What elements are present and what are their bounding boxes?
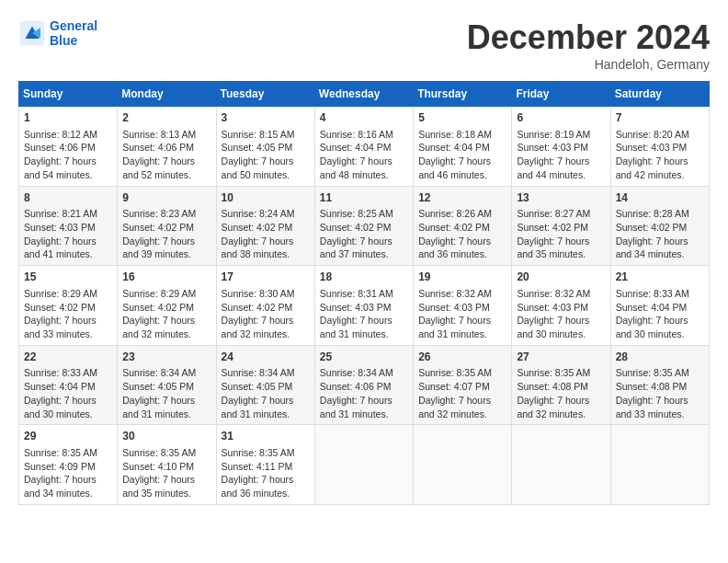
location-title: Handeloh, Germany	[467, 57, 710, 72]
sunrise-label: Sunrise: 8:23 AM	[122, 208, 196, 219]
logo-icon	[18, 19, 46, 47]
sunrise-label: Sunrise: 8:20 AM	[616, 129, 689, 140]
sunset-label: Sunset: 4:03 PM	[418, 302, 490, 313]
table-row: 20 Sunrise: 8:32 AM Sunset: 4:03 PM Dayl…	[512, 266, 610, 346]
day-number: 30	[122, 429, 210, 444]
table-row	[314, 425, 413, 505]
sunset-label: Sunset: 4:06 PM	[122, 142, 194, 153]
sunset-label: Sunset: 4:02 PM	[320, 222, 392, 233]
calendar-week-row: 8 Sunrise: 8:21 AM Sunset: 4:03 PM Dayli…	[19, 186, 710, 266]
sunrise-label: Sunrise: 8:32 AM	[517, 288, 590, 299]
sunset-label: Sunset: 4:03 PM	[517, 302, 588, 313]
sunset-label: Sunset: 4:02 PM	[222, 222, 293, 233]
daylight-label: Daylight: 7 hours and 31 minutes.	[320, 315, 392, 339]
sunset-label: Sunset: 4:03 PM	[517, 142, 588, 153]
daylight-label: Daylight: 7 hours and 31 minutes.	[418, 315, 491, 339]
sunset-label: Sunset: 4:02 PM	[122, 302, 194, 313]
day-number: 29	[24, 429, 112, 444]
day-number: 22	[24, 350, 112, 365]
daylight-label: Daylight: 7 hours and 36 minutes.	[222, 474, 294, 499]
day-number: 14	[616, 190, 704, 206]
sunset-label: Sunset: 4:04 PM	[24, 381, 96, 392]
day-number: 21	[616, 270, 704, 285]
calendar-table: Sunday Monday Tuesday Wednesday Thursday…	[18, 81, 710, 505]
table-row: 17 Sunrise: 8:30 AM Sunset: 4:02 PM Dayl…	[216, 266, 314, 346]
sunset-label: Sunset: 4:06 PM	[24, 142, 96, 153]
sunrise-label: Sunrise: 8:30 AM	[222, 288, 295, 299]
calendar-week-row: 1 Sunrise: 8:12 AM Sunset: 4:06 PM Dayli…	[19, 107, 710, 187]
day-number: 16	[122, 270, 210, 285]
page-header: General Blue December 2024 Handeloh, Ger…	[18, 18, 710, 72]
table-row: 4 Sunrise: 8:16 AM Sunset: 4:04 PM Dayli…	[314, 107, 413, 187]
table-row: 24 Sunrise: 8:34 AM Sunset: 4:05 PM Dayl…	[216, 345, 314, 425]
sunset-label: Sunset: 4:02 PM	[122, 222, 194, 233]
col-wednesday: Wednesday	[314, 82, 413, 107]
sunrise-label: Sunrise: 8:31 AM	[320, 288, 393, 299]
col-monday: Monday	[118, 82, 216, 107]
sunrise-label: Sunrise: 8:16 AM	[320, 129, 393, 140]
table-row: 12 Sunrise: 8:26 AM Sunset: 4:02 PM Dayl…	[414, 186, 512, 266]
day-number: 28	[616, 350, 704, 365]
daylight-label: Daylight: 7 hours and 37 minutes.	[320, 236, 392, 260]
sunset-label: Sunset: 4:02 PM	[222, 302, 293, 313]
daylight-label: Daylight: 7 hours and 35 minutes.	[122, 474, 195, 499]
sunset-label: Sunset: 4:05 PM	[222, 142, 293, 153]
daylight-label: Daylight: 7 hours and 34 minutes.	[24, 474, 97, 499]
day-number: 8	[24, 190, 112, 206]
sunrise-label: Sunrise: 8:29 AM	[122, 288, 196, 299]
table-row: 31 Sunrise: 8:35 AM Sunset: 4:11 PM Dayl…	[216, 425, 314, 505]
sunset-label: Sunset: 4:07 PM	[418, 381, 490, 392]
sunset-label: Sunset: 4:05 PM	[222, 381, 293, 392]
day-number: 25	[320, 350, 408, 365]
logo-text: General Blue	[50, 18, 97, 48]
calendar-week-row: 22 Sunrise: 8:33 AM Sunset: 4:04 PM Dayl…	[19, 345, 710, 425]
day-number: 18	[320, 270, 408, 285]
table-row: 5 Sunrise: 8:18 AM Sunset: 4:04 PM Dayli…	[414, 107, 512, 187]
daylight-label: Daylight: 7 hours and 50 minutes.	[222, 155, 294, 180]
sunrise-label: Sunrise: 8:12 AM	[24, 129, 97, 140]
sunrise-label: Sunrise: 8:35 AM	[418, 367, 492, 378]
daylight-label: Daylight: 7 hours and 32 minutes.	[517, 395, 589, 419]
table-row: 11 Sunrise: 8:25 AM Sunset: 4:02 PM Dayl…	[314, 186, 413, 266]
day-number: 1	[24, 110, 112, 126]
daylight-label: Daylight: 7 hours and 32 minutes.	[222, 315, 294, 339]
daylight-label: Daylight: 7 hours and 30 minutes.	[616, 315, 688, 339]
day-number: 24	[222, 350, 310, 365]
table-row: 26 Sunrise: 8:35 AM Sunset: 4:07 PM Dayl…	[414, 345, 512, 425]
day-number: 2	[122, 110, 210, 126]
sunrise-label: Sunrise: 8:34 AM	[122, 367, 196, 378]
table-row: 8 Sunrise: 8:21 AM Sunset: 4:03 PM Dayli…	[19, 186, 118, 266]
sunrise-label: Sunrise: 8:34 AM	[320, 367, 393, 378]
sunset-label: Sunset: 4:09 PM	[24, 461, 96, 472]
col-sunday: Sunday	[19, 82, 118, 107]
calendar-week-row: 29 Sunrise: 8:35 AM Sunset: 4:09 PM Dayl…	[19, 425, 710, 505]
daylight-label: Daylight: 7 hours and 30 minutes.	[24, 395, 97, 419]
sunrise-label: Sunrise: 8:32 AM	[418, 288, 492, 299]
table-row: 9 Sunrise: 8:23 AM Sunset: 4:02 PM Dayli…	[118, 186, 216, 266]
col-saturday: Saturday	[610, 82, 709, 107]
day-number: 17	[222, 270, 310, 285]
day-number: 10	[222, 190, 310, 206]
table-row: 10 Sunrise: 8:24 AM Sunset: 4:02 PM Dayl…	[216, 186, 314, 266]
daylight-label: Daylight: 7 hours and 44 minutes.	[517, 155, 589, 180]
sunrise-label: Sunrise: 8:35 AM	[616, 367, 689, 378]
table-row	[414, 425, 512, 505]
calendar-header-row: Sunday Monday Tuesday Wednesday Thursday…	[19, 82, 710, 107]
table-row: 19 Sunrise: 8:32 AM Sunset: 4:03 PM Dayl…	[414, 266, 512, 346]
sunset-label: Sunset: 4:08 PM	[616, 381, 688, 392]
sunset-label: Sunset: 4:03 PM	[24, 222, 96, 233]
day-number: 26	[418, 350, 506, 365]
table-row: 27 Sunrise: 8:35 AM Sunset: 4:08 PM Dayl…	[512, 345, 610, 425]
day-number: 9	[122, 190, 210, 206]
sunset-label: Sunset: 4:02 PM	[24, 302, 96, 313]
table-row: 1 Sunrise: 8:12 AM Sunset: 4:06 PM Dayli…	[19, 107, 118, 187]
day-number: 19	[418, 270, 506, 285]
sunset-label: Sunset: 4:04 PM	[418, 142, 490, 153]
table-row: 30 Sunrise: 8:35 AM Sunset: 4:10 PM Dayl…	[118, 425, 216, 505]
sunrise-label: Sunrise: 8:18 AM	[418, 129, 492, 140]
col-tuesday: Tuesday	[216, 82, 314, 107]
table-row: 28 Sunrise: 8:35 AM Sunset: 4:08 PM Dayl…	[610, 345, 709, 425]
table-row: 3 Sunrise: 8:15 AM Sunset: 4:05 PM Dayli…	[216, 107, 314, 187]
daylight-label: Daylight: 7 hours and 41 minutes.	[24, 236, 97, 260]
sunrise-label: Sunrise: 8:19 AM	[517, 129, 590, 140]
